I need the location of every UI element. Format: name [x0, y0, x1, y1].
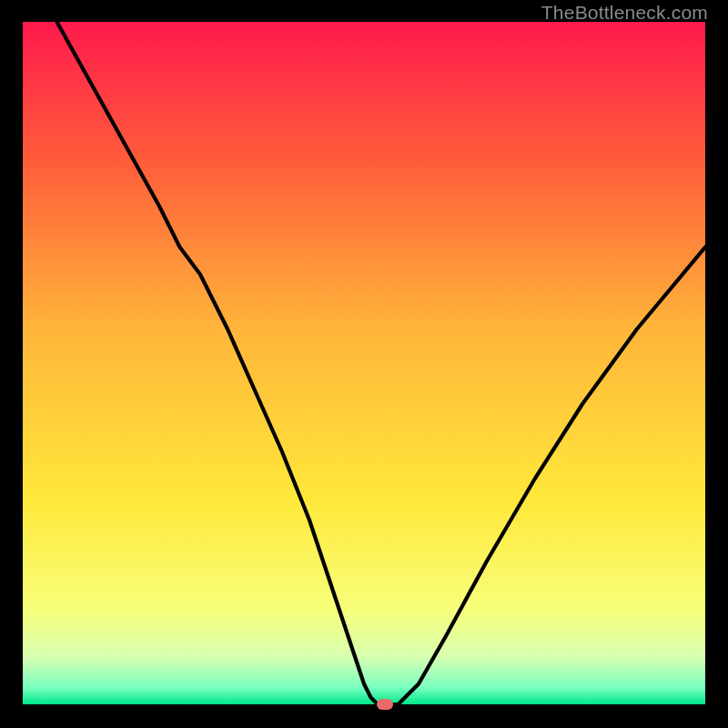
chart-background [23, 22, 705, 704]
watermark-text: TheBottleneck.com [541, 2, 708, 24]
optimal-point-marker [377, 699, 393, 710]
outer-frame: TheBottleneck.com [0, 0, 728, 728]
bottleneck-chart [23, 22, 705, 704]
